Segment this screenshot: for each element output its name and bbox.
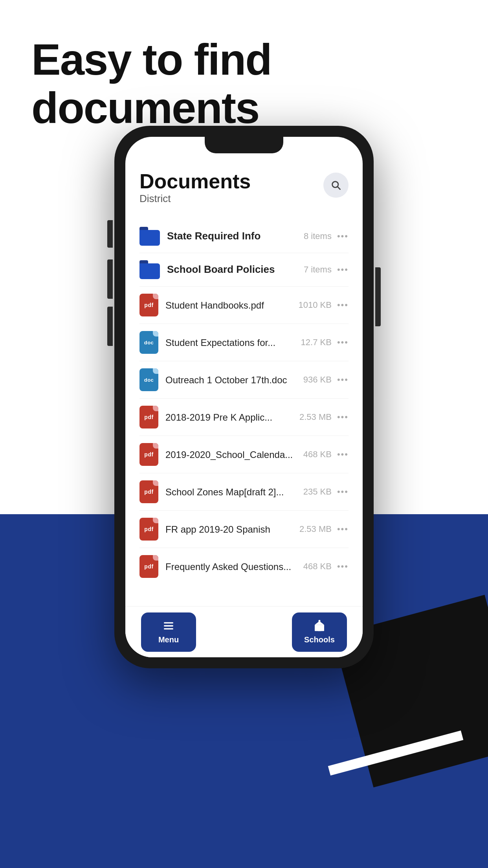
- more-button[interactable]: •••: [337, 524, 349, 534]
- item-meta: 1010 KB: [298, 300, 331, 310]
- pdf-icon: pdf: [139, 555, 158, 578]
- pdf-icon: pdf: [139, 406, 158, 428]
- item-name: Student Handbooks.pdf: [165, 299, 298, 311]
- file-list: State Required Info 8 items ••• School B…: [139, 220, 349, 585]
- documents-title-block: Documents District: [139, 170, 251, 217]
- phone-button-vol-up: [107, 259, 113, 299]
- screen-content: Documents District State Requi: [125, 158, 363, 657]
- phone-device: Documents District State Requi: [114, 126, 374, 668]
- more-button[interactable]: •••: [337, 449, 349, 460]
- list-item[interactable]: State Required Info 8 items •••: [139, 220, 349, 253]
- more-button[interactable]: •••: [337, 412, 349, 422]
- documents-header: Documents District: [139, 170, 349, 217]
- phone-shell: Documents District State Requi: [114, 126, 374, 668]
- svg-rect-7: [316, 626, 318, 627]
- list-item[interactable]: pdf School Zones Map[draft 2]... 235 KB …: [139, 473, 349, 511]
- menu-button[interactable]: Menu: [141, 612, 196, 652]
- menu-label: Menu: [158, 635, 179, 644]
- item-meta: 12.7 KB: [301, 337, 332, 348]
- more-button[interactable]: •••: [337, 265, 349, 275]
- documents-title: Documents: [139, 170, 251, 193]
- list-item[interactable]: doc Outreach 1 October 17th.doc 936 KB •…: [139, 361, 349, 399]
- list-item[interactable]: pdf 2018-2019 Pre K Applic... 2.53 MB ••…: [139, 399, 349, 436]
- hero-title: Easy to find documents: [31, 35, 457, 132]
- more-button[interactable]: •••: [337, 487, 349, 497]
- pdf-icon: pdf: [139, 518, 158, 541]
- item-meta: 468 KB: [303, 449, 332, 460]
- more-button[interactable]: •••: [337, 300, 349, 310]
- more-button[interactable]: •••: [337, 561, 349, 572]
- item-name: Frequently Asked Questions...: [165, 561, 303, 573]
- phone-button-power: [375, 267, 381, 326]
- folder-icon: [139, 260, 160, 279]
- more-button[interactable]: •••: [337, 375, 349, 385]
- doc-icon: doc: [139, 368, 158, 391]
- pdf-icon: pdf: [139, 443, 158, 466]
- list-item[interactable]: pdf Frequently Asked Questions... 468 KB…: [139, 548, 349, 585]
- svg-line-1: [338, 187, 340, 189]
- schools-icon: [313, 620, 326, 632]
- item-meta: 468 KB: [303, 561, 332, 572]
- item-meta: 7 items: [304, 265, 332, 275]
- item-meta: 235 KB: [303, 487, 332, 497]
- item-name: 2019-2020_School_Calenda...: [165, 449, 303, 461]
- list-item[interactable]: pdf FR app 2019-20 Spanish 2.53 MB •••: [139, 511, 349, 548]
- list-item[interactable]: School Board Policies 7 items •••: [139, 253, 349, 287]
- search-icon: [330, 180, 341, 191]
- list-item[interactable]: pdf 2019-2020_School_Calenda... 468 KB •…: [139, 436, 349, 473]
- more-button[interactable]: •••: [337, 231, 349, 241]
- list-item[interactable]: doc Student Expectations for... 12.7 KB …: [139, 324, 349, 361]
- svg-rect-8: [321, 626, 323, 627]
- pdf-icon: pdf: [139, 480, 158, 503]
- menu-icon: [162, 620, 175, 632]
- search-button[interactable]: [323, 173, 349, 198]
- bottom-nav: Menu Schools: [125, 606, 363, 657]
- item-meta: 936 KB: [303, 375, 332, 385]
- phone-screen: Documents District State Requi: [125, 137, 363, 657]
- item-name: FR app 2019-20 Spanish: [165, 523, 299, 535]
- item-name: Outreach 1 October 17th.doc: [165, 374, 303, 386]
- item-name: 2018-2019 Pre K Applic...: [165, 411, 299, 423]
- item-name: Student Expectations for...: [165, 337, 301, 349]
- phone-button-vol-down: [107, 307, 113, 346]
- doc-icon: doc: [139, 331, 158, 354]
- svg-rect-3: [164, 625, 173, 626]
- folder-icon: [139, 227, 160, 246]
- item-name: School Zones Map[draft 2]...: [165, 486, 303, 498]
- pdf-icon: pdf: [139, 294, 158, 316]
- svg-rect-2: [164, 622, 173, 623]
- svg-rect-6: [318, 627, 321, 631]
- list-item[interactable]: pdf Student Handbooks.pdf 1010 KB •••: [139, 287, 349, 324]
- item-name: School Board Policies: [167, 263, 304, 276]
- svg-rect-4: [164, 628, 173, 629]
- item-meta: 8 items: [304, 231, 332, 241]
- documents-subtitle: District: [139, 193, 251, 205]
- schools-button[interactable]: Schools: [292, 612, 347, 652]
- item-meta: 2.53 MB: [299, 524, 332, 534]
- phone-button-mute: [107, 220, 113, 248]
- item-meta: 2.53 MB: [299, 412, 332, 422]
- more-button[interactable]: •••: [337, 337, 349, 348]
- phone-notch: [205, 137, 283, 153]
- schools-label: Schools: [304, 635, 335, 644]
- item-name: State Required Info: [167, 230, 304, 243]
